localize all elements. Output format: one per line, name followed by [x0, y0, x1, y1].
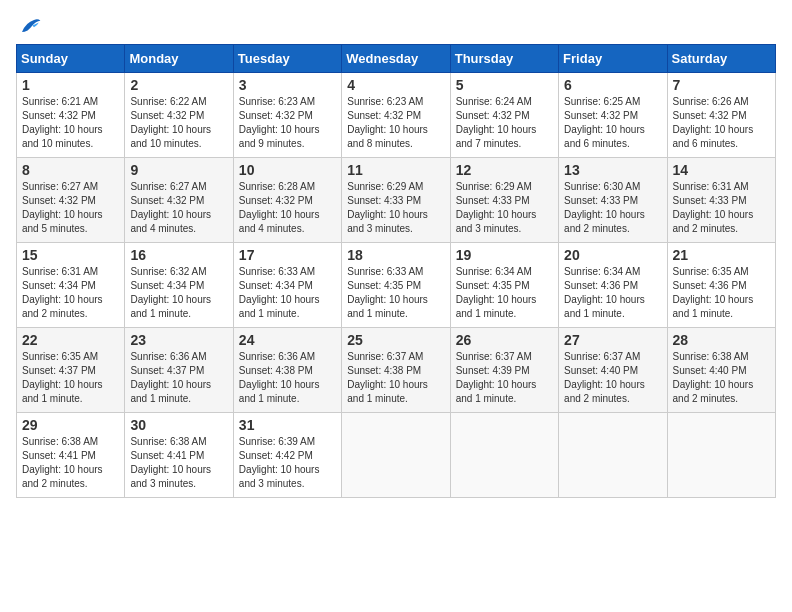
calendar-cell: 1 Sunrise: 6:21 AM Sunset: 4:32 PM Dayli…: [17, 73, 125, 158]
weekday-header-friday: Friday: [559, 45, 667, 73]
calendar-cell: 7 Sunrise: 6:26 AM Sunset: 4:32 PM Dayli…: [667, 73, 775, 158]
day-info: Sunrise: 6:30 AM Sunset: 4:33 PM Dayligh…: [564, 180, 661, 236]
calendar-cell: 5 Sunrise: 6:24 AM Sunset: 4:32 PM Dayli…: [450, 73, 558, 158]
calendar-week-2: 8 Sunrise: 6:27 AM Sunset: 4:32 PM Dayli…: [17, 158, 776, 243]
calendar-cell: 24 Sunrise: 6:36 AM Sunset: 4:38 PM Dayl…: [233, 328, 341, 413]
calendar-cell: 29 Sunrise: 6:38 AM Sunset: 4:41 PM Dayl…: [17, 413, 125, 498]
day-number: 12: [456, 162, 553, 178]
calendar-cell: 26 Sunrise: 6:37 AM Sunset: 4:39 PM Dayl…: [450, 328, 558, 413]
day-number: 2: [130, 77, 227, 93]
day-number: 28: [673, 332, 770, 348]
day-info: Sunrise: 6:38 AM Sunset: 4:40 PM Dayligh…: [673, 350, 770, 406]
day-info: Sunrise: 6:24 AM Sunset: 4:32 PM Dayligh…: [456, 95, 553, 151]
day-number: 27: [564, 332, 661, 348]
weekday-header-monday: Monday: [125, 45, 233, 73]
weekday-header-thursday: Thursday: [450, 45, 558, 73]
calendar-cell: [450, 413, 558, 498]
calendar-week-3: 15 Sunrise: 6:31 AM Sunset: 4:34 PM Dayl…: [17, 243, 776, 328]
day-info: Sunrise: 6:38 AM Sunset: 4:41 PM Dayligh…: [130, 435, 227, 491]
day-number: 18: [347, 247, 444, 263]
day-info: Sunrise: 6:22 AM Sunset: 4:32 PM Dayligh…: [130, 95, 227, 151]
calendar-cell: 22 Sunrise: 6:35 AM Sunset: 4:37 PM Dayl…: [17, 328, 125, 413]
calendar-cell: 25 Sunrise: 6:37 AM Sunset: 4:38 PM Dayl…: [342, 328, 450, 413]
day-info: Sunrise: 6:27 AM Sunset: 4:32 PM Dayligh…: [130, 180, 227, 236]
calendar-cell: [342, 413, 450, 498]
day-info: Sunrise: 6:28 AM Sunset: 4:32 PM Dayligh…: [239, 180, 336, 236]
day-number: 25: [347, 332, 444, 348]
day-number: 8: [22, 162, 119, 178]
calendar-cell: 6 Sunrise: 6:25 AM Sunset: 4:32 PM Dayli…: [559, 73, 667, 158]
calendar-cell: 9 Sunrise: 6:27 AM Sunset: 4:32 PM Dayli…: [125, 158, 233, 243]
calendar-cell: 12 Sunrise: 6:29 AM Sunset: 4:33 PM Dayl…: [450, 158, 558, 243]
calendar-cell: 10 Sunrise: 6:28 AM Sunset: 4:32 PM Dayl…: [233, 158, 341, 243]
day-number: 7: [673, 77, 770, 93]
day-info: Sunrise: 6:37 AM Sunset: 4:39 PM Dayligh…: [456, 350, 553, 406]
calendar-cell: 16 Sunrise: 6:32 AM Sunset: 4:34 PM Dayl…: [125, 243, 233, 328]
calendar-cell: 4 Sunrise: 6:23 AM Sunset: 4:32 PM Dayli…: [342, 73, 450, 158]
day-info: Sunrise: 6:32 AM Sunset: 4:34 PM Dayligh…: [130, 265, 227, 321]
day-number: 1: [22, 77, 119, 93]
day-number: 21: [673, 247, 770, 263]
day-info: Sunrise: 6:35 AM Sunset: 4:37 PM Dayligh…: [22, 350, 119, 406]
weekday-header-sunday: Sunday: [17, 45, 125, 73]
day-info: Sunrise: 6:34 AM Sunset: 4:35 PM Dayligh…: [456, 265, 553, 321]
calendar-cell: 14 Sunrise: 6:31 AM Sunset: 4:33 PM Dayl…: [667, 158, 775, 243]
calendar-week-1: 1 Sunrise: 6:21 AM Sunset: 4:32 PM Dayli…: [17, 73, 776, 158]
day-number: 11: [347, 162, 444, 178]
day-info: Sunrise: 6:33 AM Sunset: 4:35 PM Dayligh…: [347, 265, 444, 321]
calendar-cell: 17 Sunrise: 6:33 AM Sunset: 4:34 PM Dayl…: [233, 243, 341, 328]
calendar-week-4: 22 Sunrise: 6:35 AM Sunset: 4:37 PM Dayl…: [17, 328, 776, 413]
day-info: Sunrise: 6:21 AM Sunset: 4:32 PM Dayligh…: [22, 95, 119, 151]
day-info: Sunrise: 6:23 AM Sunset: 4:32 PM Dayligh…: [347, 95, 444, 151]
calendar-cell: 20 Sunrise: 6:34 AM Sunset: 4:36 PM Dayl…: [559, 243, 667, 328]
calendar-cell: 18 Sunrise: 6:33 AM Sunset: 4:35 PM Dayl…: [342, 243, 450, 328]
day-number: 31: [239, 417, 336, 433]
day-number: 29: [22, 417, 119, 433]
day-info: Sunrise: 6:37 AM Sunset: 4:38 PM Dayligh…: [347, 350, 444, 406]
day-info: Sunrise: 6:34 AM Sunset: 4:36 PM Dayligh…: [564, 265, 661, 321]
day-number: 19: [456, 247, 553, 263]
calendar-cell: 30 Sunrise: 6:38 AM Sunset: 4:41 PM Dayl…: [125, 413, 233, 498]
day-number: 23: [130, 332, 227, 348]
day-number: 9: [130, 162, 227, 178]
day-number: 14: [673, 162, 770, 178]
calendar-cell: 21 Sunrise: 6:35 AM Sunset: 4:36 PM Dayl…: [667, 243, 775, 328]
day-number: 10: [239, 162, 336, 178]
day-number: 15: [22, 247, 119, 263]
day-number: 26: [456, 332, 553, 348]
day-info: Sunrise: 6:36 AM Sunset: 4:37 PM Dayligh…: [130, 350, 227, 406]
day-info: Sunrise: 6:26 AM Sunset: 4:32 PM Dayligh…: [673, 95, 770, 151]
calendar-cell: 23 Sunrise: 6:36 AM Sunset: 4:37 PM Dayl…: [125, 328, 233, 413]
day-info: Sunrise: 6:31 AM Sunset: 4:33 PM Dayligh…: [673, 180, 770, 236]
day-info: Sunrise: 6:38 AM Sunset: 4:41 PM Dayligh…: [22, 435, 119, 491]
day-number: 22: [22, 332, 119, 348]
weekday-header-saturday: Saturday: [667, 45, 775, 73]
day-number: 3: [239, 77, 336, 93]
calendar-cell: 28 Sunrise: 6:38 AM Sunset: 4:40 PM Dayl…: [667, 328, 775, 413]
logo: [16, 16, 42, 36]
day-number: 5: [456, 77, 553, 93]
day-info: Sunrise: 6:27 AM Sunset: 4:32 PM Dayligh…: [22, 180, 119, 236]
calendar-cell: 11 Sunrise: 6:29 AM Sunset: 4:33 PM Dayl…: [342, 158, 450, 243]
day-info: Sunrise: 6:33 AM Sunset: 4:34 PM Dayligh…: [239, 265, 336, 321]
calendar-cell: 19 Sunrise: 6:34 AM Sunset: 4:35 PM Dayl…: [450, 243, 558, 328]
logo-bird-icon: [18, 16, 42, 36]
calendar-table: SundayMondayTuesdayWednesdayThursdayFrid…: [16, 44, 776, 498]
day-info: Sunrise: 6:39 AM Sunset: 4:42 PM Dayligh…: [239, 435, 336, 491]
day-info: Sunrise: 6:25 AM Sunset: 4:32 PM Dayligh…: [564, 95, 661, 151]
weekday-header-tuesday: Tuesday: [233, 45, 341, 73]
day-info: Sunrise: 6:36 AM Sunset: 4:38 PM Dayligh…: [239, 350, 336, 406]
calendar-cell: 3 Sunrise: 6:23 AM Sunset: 4:32 PM Dayli…: [233, 73, 341, 158]
day-number: 24: [239, 332, 336, 348]
day-number: 16: [130, 247, 227, 263]
day-info: Sunrise: 6:29 AM Sunset: 4:33 PM Dayligh…: [347, 180, 444, 236]
day-info: Sunrise: 6:29 AM Sunset: 4:33 PM Dayligh…: [456, 180, 553, 236]
weekday-header-wednesday: Wednesday: [342, 45, 450, 73]
day-number: 6: [564, 77, 661, 93]
day-info: Sunrise: 6:37 AM Sunset: 4:40 PM Dayligh…: [564, 350, 661, 406]
calendar-cell: [667, 413, 775, 498]
calendar-cell: 2 Sunrise: 6:22 AM Sunset: 4:32 PM Dayli…: [125, 73, 233, 158]
day-number: 30: [130, 417, 227, 433]
calendar-cell: 15 Sunrise: 6:31 AM Sunset: 4:34 PM Dayl…: [17, 243, 125, 328]
day-info: Sunrise: 6:31 AM Sunset: 4:34 PM Dayligh…: [22, 265, 119, 321]
